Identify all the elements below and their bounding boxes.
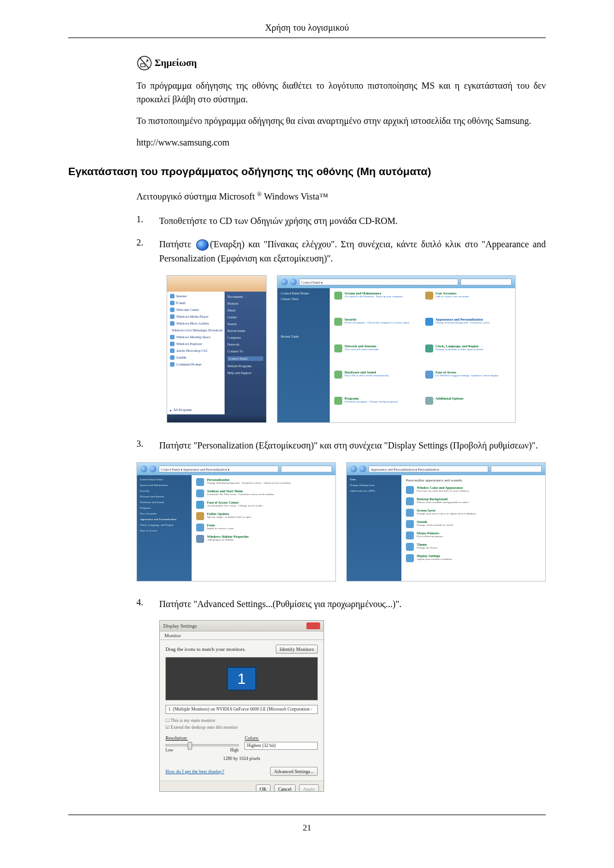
sm-item: Command Prompt bbox=[176, 363, 201, 366]
cp-sub: Get started with Windows · Back up your … bbox=[345, 295, 403, 299]
os-line: Λειτουργικό σύστημα Microsoft ® Windows … bbox=[136, 190, 546, 202]
sm-item: E-mail bbox=[176, 301, 185, 305]
address-bar: Appearance and Personalization ▸ Persona… bbox=[368, 466, 488, 472]
colors-dropdown: Highest (32 bit) bbox=[244, 742, 318, 750]
step-4: 4. Πατήστε "Advanced Settings...(Ρυθμίσε… bbox=[136, 597, 546, 612]
dialog-title: Display Settings bbox=[163, 623, 197, 629]
advanced-button: Advanced Settings... bbox=[270, 767, 318, 776]
help-link: How do I get the best display? bbox=[165, 769, 224, 774]
forward-icon bbox=[290, 279, 297, 285]
sm-r: Connect To bbox=[227, 350, 263, 353]
ap-sub: Add gadgets to Sidebar bbox=[207, 538, 248, 542]
sm-r-controlpanel: Control Panel bbox=[227, 356, 263, 361]
back-icon bbox=[350, 466, 357, 472]
cp-cat: Additional Options bbox=[435, 397, 463, 400]
step-2: 2. Πατήστε (Έναρξη) και "Πίνακας ελέγχου… bbox=[136, 238, 546, 266]
back-icon bbox=[140, 466, 147, 472]
pz-sub: Change the theme. bbox=[417, 546, 438, 550]
sm-item: Windows Meeting Space bbox=[176, 335, 210, 339]
ap-side: Ease of Access bbox=[140, 529, 189, 532]
pz-side: Change desktop icons bbox=[350, 484, 399, 487]
section-heading: Εγκατάσταση του προγράμματος οδήγησης τη… bbox=[68, 165, 546, 178]
start-menu-figure: Internet E-mail Welcome Center Windows M… bbox=[167, 275, 267, 423]
sm-r: Music bbox=[227, 309, 263, 312]
ok-button: OK bbox=[256, 784, 271, 792]
sm-item: Windows Live Messenger Download bbox=[172, 329, 222, 332]
pz-sub: Choose from available backgrounds or col… bbox=[417, 501, 469, 504]
pz-sub: Pick a different pointer. bbox=[417, 535, 443, 538]
monitor-preview: 1 bbox=[165, 657, 318, 700]
ap-side: Programs bbox=[140, 506, 189, 509]
control-panel-figure: Control Panel ▸ Control Panel Home Class… bbox=[277, 275, 516, 423]
os-prefix: Λειτουργικό σύστημα Microsoft bbox=[136, 192, 257, 201]
sm-item: JoinMe bbox=[176, 356, 186, 359]
search-box bbox=[460, 279, 512, 285]
page-header: Χρήση του λογισμικού bbox=[68, 23, 546, 38]
low-label: Low bbox=[165, 747, 173, 753]
ap-sub: Accommodate low vision · Change screen r… bbox=[207, 504, 263, 508]
sm-r: Default Programs bbox=[227, 364, 263, 368]
pz-side: Tasks bbox=[350, 478, 399, 481]
address-bar: Control Panel ▸ bbox=[299, 279, 458, 285]
figure-row-3: Display Settings Monitor Drag the icons … bbox=[159, 620, 546, 792]
ap-side: Hardware and Sound bbox=[140, 501, 189, 504]
chk-extend: Extend the desktop onto this monitor bbox=[171, 725, 238, 730]
pz-sub: Adjust your monitor resolution. bbox=[417, 558, 453, 561]
drag-text: Drag the icons to match your monitors. bbox=[165, 646, 246, 652]
step-text: Πατήστε "Advanced Settings...(Ρυθμίσεις … bbox=[159, 597, 546, 612]
resolution-slider bbox=[165, 744, 239, 746]
step-text: Πατήστε (Έναρξη) και "Πίνακας ελέγχου". … bbox=[159, 238, 546, 266]
start-orb-icon bbox=[196, 239, 209, 251]
monitor-dropdown: 1. (Multiple Monitors) on NVIDIA GeForce… bbox=[165, 705, 318, 714]
ap-side: Security bbox=[140, 489, 189, 492]
ap-side: Clock, Language, and Region bbox=[140, 524, 189, 526]
cp-sub: Change desktop background · Customize co… bbox=[435, 321, 490, 325]
pz-sub: Change which sounds are heard. bbox=[417, 524, 454, 527]
sm-r: Pictures bbox=[227, 302, 263, 305]
note-icon bbox=[136, 55, 152, 71]
colors-label: Colors: bbox=[244, 735, 318, 741]
pz-side: Adjust font size (DPI) bbox=[350, 489, 399, 492]
resolution-value: 1280 by 1024 pixels bbox=[165, 756, 318, 761]
apply-button: Apply bbox=[299, 784, 319, 792]
steps-list: 1. Τοποθετήστε το CD των Οδηγιών χρήσης … bbox=[136, 214, 546, 792]
sm-item: Windows Media Player bbox=[176, 315, 208, 318]
ap-side-active: Appearance and Personalization bbox=[140, 518, 189, 521]
ap-side: User Accounts bbox=[140, 512, 189, 515]
sm-item: Welcome Center bbox=[176, 308, 199, 312]
ap-sub: Customize the Start menu · Customize ico… bbox=[207, 493, 274, 496]
note-block: Σημείωση Το πρόγραμμα οδήγησης της οθόνη… bbox=[136, 55, 546, 149]
cp-sub: Let Windows suggest settings · Optimize … bbox=[435, 374, 499, 378]
display-settings-figure: Display Settings Monitor Drag the icons … bbox=[159, 620, 324, 792]
step-3: 3. Πατήστε "Personalization (Εξατομίκευσ… bbox=[136, 439, 546, 453]
ap-side: System and Maintenance bbox=[140, 484, 189, 487]
ap-side: Network and Internet bbox=[140, 495, 189, 498]
note-paragraph-2: Το πιστοποιημένο πρόγραμμα οδήγησης θα ε… bbox=[136, 114, 546, 128]
sm-item: Internet bbox=[176, 294, 187, 298]
monitor-1-icon: 1 bbox=[227, 667, 256, 691]
step-number: 2. bbox=[136, 238, 159, 248]
svg-rect-1 bbox=[141, 64, 146, 67]
cp-cat: Clock, Language, and Region bbox=[435, 344, 483, 348]
tab-monitor: Monitor bbox=[160, 632, 323, 640]
chk-main: This is my main monitor bbox=[171, 718, 215, 723]
step2-pre: Πατήστε bbox=[159, 239, 195, 249]
search-box bbox=[491, 466, 542, 472]
ap-sub: Change desktop background · Customize co… bbox=[207, 481, 291, 485]
figure-row-2: Control Panel ▸ Appearance and Personali… bbox=[136, 462, 546, 582]
sm-r: Documents bbox=[227, 295, 263, 298]
cp-sub: Check for updates · Check this computer'… bbox=[345, 321, 409, 325]
high-label: High bbox=[230, 747, 239, 753]
cancel-button: Cancel bbox=[274, 784, 296, 792]
note-paragraph-1: Το πρόγραμμα οδήγησης της οθόνης διαθέτε… bbox=[136, 79, 546, 106]
sm-r: Network bbox=[227, 343, 263, 346]
step2-post: (Έναρξη) και "Πίνακας ελέγχου". Στη συνέ… bbox=[159, 239, 546, 263]
cp-recent: Recent Tasks bbox=[281, 335, 326, 338]
cp-sub: Add or remove user accounts bbox=[435, 295, 469, 299]
sm-item: Windows Photo Gallery bbox=[176, 322, 209, 325]
sm-r: Games bbox=[227, 315, 263, 319]
step-1: 1. Τοποθετήστε το CD των Οδηγιών χρήσης … bbox=[136, 214, 546, 229]
search-box bbox=[281, 466, 332, 472]
resolution-label: Resolution: bbox=[165, 735, 239, 741]
step-text: Πατήστε "Personalization (Εξατομίκευση)"… bbox=[159, 439, 546, 453]
